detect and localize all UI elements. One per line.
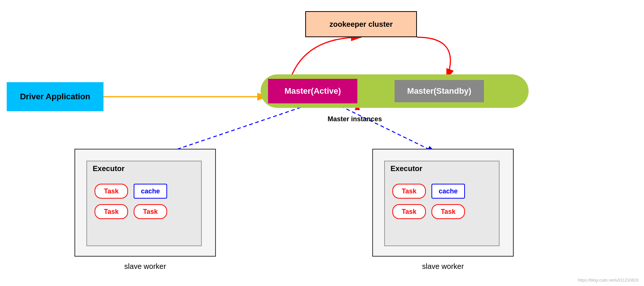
executor-label-left: Executor [93, 164, 125, 173]
cache-item-left: cache [134, 184, 167, 199]
zookeeper-box: zookeeper cluster [305, 11, 417, 37]
task-item-right-r1c1: Task [392, 184, 426, 199]
slave-worker-right: Executor Task cache Task Task slave work… [372, 149, 514, 257]
executor-label-right: Executor [390, 164, 423, 173]
slave-worker-left-label: slave worker [124, 262, 166, 271]
executor-box-left: Executor Task cache Task Task [86, 161, 202, 246]
svg-line-7 [335, 103, 436, 152]
zookeeper-label: zookeeper cluster [329, 20, 393, 29]
master-standby-box: Master(Standby) [395, 80, 484, 102]
master-standby-label: Master(Standby) [407, 86, 471, 96]
driver-application-label: Driver Application [20, 92, 90, 102]
driver-application-box: Driver Application [7, 82, 103, 111]
task-item-right-r2c2: Task [431, 204, 465, 219]
master-instances-label: Master instances [328, 115, 382, 123]
task-item-left-r1c1: Task [95, 184, 128, 199]
task-item-left-r2c2: Task [134, 204, 167, 219]
slave-worker-right-label: slave worker [422, 262, 464, 271]
slave-worker-left: Executor Task cache Task Task slave work… [74, 149, 216, 257]
task-item-left-r2c1: Task [95, 204, 128, 219]
cache-item-right: cache [431, 184, 465, 199]
master-active-box: Master(Active) [268, 79, 357, 103]
diagram-container: Driver Application zookeeper cluster Mas… [0, 0, 644, 286]
svg-line-6 [168, 103, 313, 152]
watermark: https://blog.csdn.net/u011210819 [578, 278, 638, 282]
master-active-label: Master(Active) [284, 86, 341, 96]
task-item-right-r2c1: Task [392, 204, 426, 219]
executor-box-right: Executor Task cache Task Task [384, 161, 500, 246]
